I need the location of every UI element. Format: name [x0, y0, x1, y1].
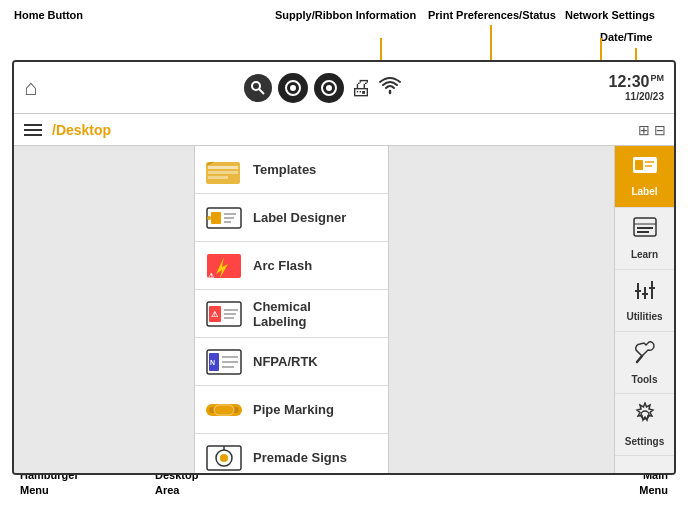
arc-flash-label: Arc Flash [253, 258, 312, 273]
svg-rect-7 [208, 166, 238, 169]
menu-item-settings[interactable]: Settings [615, 394, 674, 456]
label-designer-icon [205, 203, 243, 233]
svg-rect-39 [635, 160, 643, 170]
nfpa-rtk-icon: N [205, 347, 243, 377]
tools-menu-label: Tools [632, 374, 658, 385]
main-menu: Label Learn [614, 146, 674, 473]
pipe-marking-label: Pipe Marking [253, 402, 334, 417]
list-icon[interactable]: ⊟ [654, 122, 666, 138]
svg-rect-11 [211, 212, 221, 224]
magnifier-icon [250, 80, 266, 96]
pipe-marking-icon [205, 395, 243, 425]
dropdown-item-templates[interactable]: Templates [195, 146, 388, 194]
breadcrumb: /Desktop [52, 122, 111, 138]
desktop-area: Templates Label Designer [14, 146, 674, 473]
time-value: 12:30 [609, 72, 650, 91]
dropdown-item-chemical-labeling[interactable]: ⚠ ChemicalLabeling [195, 290, 388, 338]
reel-icon-2 [320, 79, 338, 97]
svg-point-5 [326, 85, 332, 91]
wifi-icon [378, 75, 402, 95]
svg-rect-45 [637, 231, 649, 233]
device-screen: ⌂ [12, 60, 676, 475]
annotation-supply-ribbon: Supply/Ribbon Information [275, 8, 416, 22]
label-menu-icon [632, 156, 658, 184]
svg-point-15 [207, 216, 211, 220]
dropdown-panel: Templates Label Designer [194, 146, 389, 473]
premade-signs-icon [205, 443, 243, 473]
grid-icon[interactable]: ⊞ [638, 122, 650, 138]
utilities-menu-label: Utilities [626, 311, 662, 322]
annotation-print-preferences: Print Preferences/Status [428, 8, 556, 22]
menu-item-utilities[interactable]: Utilities [615, 270, 674, 332]
svg-rect-44 [637, 227, 653, 229]
hamburger-menu-button[interactable] [22, 122, 44, 138]
time-display: 12:30 PM 11/20/23 [609, 72, 664, 103]
tape-reel-button-2[interactable] [314, 73, 344, 103]
label-designer-label: Label Designer [253, 210, 346, 225]
annotation-date-time: Date/Time [600, 30, 652, 44]
outer-container: Home Button Supply/Ribbon Information Pr… [0, 0, 688, 505]
svg-rect-8 [208, 171, 238, 174]
templates-label: Templates [253, 162, 316, 177]
menu-item-tools[interactable]: Tools [615, 332, 674, 394]
svg-line-52 [637, 356, 642, 362]
utilities-menu-icon [632, 279, 658, 309]
templates-icon [205, 155, 243, 185]
menu-item-label[interactable]: Label [615, 146, 674, 208]
top-bar: ⌂ [14, 62, 674, 114]
dropdown-item-pipe-marking[interactable]: Pipe Marking [195, 386, 388, 434]
svg-rect-9 [208, 176, 228, 179]
learn-menu-icon [632, 217, 658, 247]
dropdown-item-arc-flash[interactable]: ⚠ Arc Flash [195, 242, 388, 290]
svg-rect-33 [214, 405, 234, 415]
label-menu-label: Label [631, 186, 657, 197]
date-value: 11/20/23 [609, 91, 664, 103]
secondary-bar: /Desktop ⊞ ⊟ [14, 114, 674, 146]
settings-menu-icon [632, 402, 658, 434]
svg-text:⚠: ⚠ [208, 272, 215, 279]
nfpa-rtk-label: NFPA/RTK [253, 354, 318, 369]
svg-point-3 [290, 85, 296, 91]
tape-reel-button-1[interactable] [278, 73, 308, 103]
svg-text:N: N [210, 359, 215, 366]
svg-point-36 [220, 454, 228, 462]
chemical-labeling-icon: ⚠ [205, 299, 243, 329]
tools-menu-icon [632, 340, 658, 372]
top-bar-icons: 🖨 [244, 73, 402, 103]
home-button[interactable]: ⌂ [24, 75, 37, 101]
grid-view-icons[interactable]: ⊞ ⊟ [638, 122, 666, 138]
svg-point-0 [252, 82, 260, 90]
printer-button[interactable]: 🖨 [350, 75, 372, 101]
reel-icon-1 [284, 79, 302, 97]
chemical-labeling-label: ChemicalLabeling [253, 299, 311, 329]
premade-signs-label: Premade Signs [253, 450, 347, 465]
network-settings-button[interactable] [378, 75, 402, 100]
annotation-home-button: Home Button [14, 8, 83, 22]
supply-ribbon-button[interactable] [244, 74, 272, 102]
annotation-network-settings: Network Settings [565, 8, 655, 22]
menu-item-learn[interactable]: Learn [615, 208, 674, 270]
settings-menu-label: Settings [625, 436, 664, 447]
dropdown-item-nfpa-rtk[interactable]: N NFPA/RTK [195, 338, 388, 386]
svg-line-1 [259, 89, 264, 94]
time-suffix: PM [651, 73, 665, 84]
learn-menu-label: Learn [631, 249, 658, 260]
dropdown-item-premade-signs[interactable]: Premade Signs [195, 434, 388, 473]
svg-text:⚠: ⚠ [211, 310, 219, 319]
arc-flash-icon: ⚠ [205, 251, 243, 281]
dropdown-item-label-designer[interactable]: Label Designer [195, 194, 388, 242]
